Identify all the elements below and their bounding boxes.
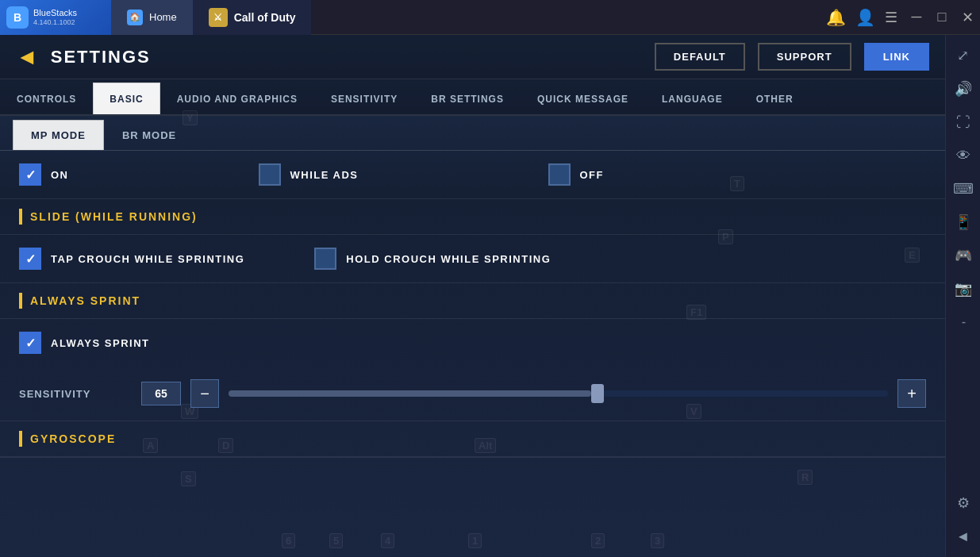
sidebar-expand-icon[interactable]: ⤢ bbox=[949, 41, 978, 70]
bluestacks-icon: B bbox=[6, 6, 29, 29]
sidebar-back-icon[interactable]: ◄ bbox=[949, 522, 978, 551]
on-ads-off-row: ON WHILE ADS OFF bbox=[0, 151, 945, 198]
sidebar-phone-icon[interactable]: 📱 bbox=[949, 208, 978, 236]
app-name: BlueStacks bbox=[33, 8, 77, 18]
sensitivity-row: SENSITIVITY 65 − + bbox=[0, 367, 945, 421]
bluestacks-logo: B BlueStacks 4.140.1.1002 bbox=[0, 0, 111, 35]
tab-br-settings[interactable]: BR SETTINGS bbox=[414, 83, 521, 114]
slide-section-header: SLIDE (WHILE RUNNING) bbox=[0, 199, 945, 235]
home-tab-label: Home bbox=[149, 11, 177, 23]
always-sprint-checkbox-row: ALWAYS SPRINT bbox=[0, 319, 945, 367]
support-button[interactable]: SUPPORT bbox=[758, 43, 851, 71]
while-ads-checkbox-container[interactable]: WHILE ADS bbox=[259, 163, 359, 186]
tab-game[interactable]: ⚔ Call of Duty bbox=[193, 0, 312, 35]
slider-fill bbox=[229, 390, 591, 397]
gyroscope-section-header: GYROSCOPE bbox=[0, 421, 945, 457]
game-tab-icon: ⚔ bbox=[209, 8, 228, 27]
notification-icon[interactable]: 🔔 bbox=[820, 8, 852, 27]
tab-audio[interactable]: AUDIO AND GRAPHICS bbox=[160, 83, 314, 114]
sidebar-fullscreen-icon[interactable]: ⛶ bbox=[949, 108, 978, 136]
hold-crouch-label: HOLD CROUCH WHILE SPRINTING bbox=[346, 253, 551, 265]
slider-plus-button[interactable]: + bbox=[897, 379, 926, 408]
slide-row: TAP CROUCH WHILE SPRINTING HOLD CROUCH W… bbox=[0, 235, 945, 282]
settings-header: ◄ SETTINGS DEFAULT SUPPORT LINK bbox=[0, 35, 945, 79]
slider-track[interactable] bbox=[229, 390, 888, 397]
on-label: ON bbox=[51, 169, 69, 181]
gyroscope-title: GYROSCOPE bbox=[30, 432, 116, 445]
while-ads-label: WHILE ADS bbox=[290, 169, 359, 181]
sub-tab-br-mode[interactable]: BR MODE bbox=[104, 120, 194, 150]
slider-value: 65 bbox=[141, 382, 181, 405]
back-arrow-icon[interactable]: ◄ bbox=[16, 44, 38, 70]
menu-button[interactable]: ☰ bbox=[878, 5, 904, 30]
always-sprint-section-header: ALWAYS SPRINT bbox=[0, 283, 945, 319]
on-ads-off-section: ON WHILE ADS OFF bbox=[0, 151, 945, 199]
always-sprint-container[interactable]: ALWAYS SPRINT bbox=[19, 332, 149, 354]
settings-panel: YTPEF1WADSAltRV654123QG ◄ SETTINGS DEFAU… bbox=[0, 35, 945, 557]
main-area: YTPEF1WADSAltRV654123QG ◄ SETTINGS DEFAU… bbox=[0, 35, 980, 557]
tab-sensitivity[interactable]: SENSITIVITY bbox=[314, 83, 414, 114]
tap-crouch-label: TAP CROUCH WHILE SPRINTING bbox=[51, 253, 244, 265]
tab-controls[interactable]: CONTROLS bbox=[0, 83, 93, 114]
account-icon[interactable]: 👤 bbox=[852, 8, 878, 27]
slide-title: SLIDE (WHILE RUNNING) bbox=[30, 210, 198, 223]
tab-quick-message[interactable]: QUICK MESSAGE bbox=[521, 83, 645, 114]
always-sprint-indicator bbox=[19, 293, 22, 309]
on-checkbox-container[interactable]: ON bbox=[19, 163, 69, 186]
close-button[interactable]: ✕ bbox=[955, 5, 980, 30]
title-bar: B BlueStacks 4.140.1.1002 🏠 Home ⚔ Call … bbox=[0, 0, 980, 35]
always-sprint-section: ALWAYS SPRINT ALWAYS SPRINT SENSITIVITY … bbox=[0, 283, 945, 421]
always-sprint-checkbox[interactable] bbox=[19, 332, 41, 354]
default-button[interactable]: DEFAULT bbox=[655, 43, 745, 71]
slide-section: SLIDE (WHILE RUNNING) TAP CROUCH WHILE S… bbox=[0, 199, 945, 283]
sidebar-keyboard-icon[interactable]: ⌨ bbox=[949, 175, 978, 203]
sub-tab-bar: MP MODE BR MODE bbox=[0, 116, 945, 151]
tap-crouch-container[interactable]: TAP CROUCH WHILE SPRINTING bbox=[19, 248, 244, 270]
slide-indicator bbox=[19, 209, 22, 225]
slider-minus-button[interactable]: − bbox=[190, 379, 219, 408]
bluestacks-text: BlueStacks 4.140.1.1002 bbox=[33, 8, 77, 27]
sensitivity-label: SENSITIVITY bbox=[19, 388, 122, 400]
tap-crouch-checkbox[interactable] bbox=[19, 248, 41, 270]
app-version: 4.140.1.1002 bbox=[33, 18, 77, 27]
home-tab-icon: 🏠 bbox=[127, 10, 143, 25]
gyroscope-indicator bbox=[19, 431, 22, 447]
sidebar-more-icon[interactable]: ··· bbox=[949, 308, 978, 336]
maximize-button[interactable]: □ bbox=[929, 5, 955, 30]
right-sidebar: ⤢ 🔊 ⛶ 👁 ⌨ 📱 🎮 📷 ··· ⚙ ◄ bbox=[945, 35, 980, 557]
sidebar-camera-icon[interactable]: 📷 bbox=[949, 275, 978, 303]
sidebar-gamepad-icon[interactable]: 🎮 bbox=[949, 241, 978, 270]
always-sprint-title: ALWAYS SPRINT bbox=[30, 294, 140, 307]
while-ads-checkbox[interactable] bbox=[259, 163, 281, 186]
tab-language[interactable]: LANGUAGE bbox=[645, 83, 740, 114]
sidebar-gear-icon[interactable]: ⚙ bbox=[949, 489, 978, 517]
sidebar-eye-icon[interactable]: 👁 bbox=[949, 141, 978, 170]
tab-other[interactable]: OTHER bbox=[740, 83, 810, 114]
always-sprint-label: ALWAYS SPRINT bbox=[51, 337, 149, 349]
on-checkbox[interactable] bbox=[19, 163, 41, 186]
off-checkbox[interactable] bbox=[548, 163, 571, 186]
slider-thumb[interactable] bbox=[591, 384, 604, 403]
game-tab-label: Call of Duty bbox=[234, 11, 296, 24]
link-button[interactable]: LINK bbox=[864, 43, 929, 71]
gyroscope-section: GYROSCOPE bbox=[0, 421, 945, 458]
tab-home[interactable]: 🏠 Home bbox=[111, 0, 193, 35]
tab-bar: CONTROLS BASIC AUDIO AND GRAPHICS SENSIT… bbox=[0, 79, 945, 116]
sidebar-sound-icon[interactable]: 🔊 bbox=[949, 75, 978, 103]
settings-title: SETTINGS bbox=[51, 47, 151, 67]
off-label: OFF bbox=[580, 169, 605, 181]
hold-crouch-checkbox[interactable] bbox=[314, 248, 336, 270]
hold-crouch-container[interactable]: HOLD CROUCH WHILE SPRINTING bbox=[314, 248, 551, 270]
sub-tab-mp-mode[interactable]: MP MODE bbox=[13, 120, 104, 150]
slider-container: 65 − + bbox=[141, 379, 926, 408]
off-checkbox-container[interactable]: OFF bbox=[548, 163, 605, 186]
minimize-button[interactable]: ─ bbox=[904, 5, 929, 30]
tab-basic[interactable]: BASIC bbox=[93, 83, 159, 114]
content-area[interactable]: ON WHILE ADS OFF bbox=[0, 151, 945, 557]
